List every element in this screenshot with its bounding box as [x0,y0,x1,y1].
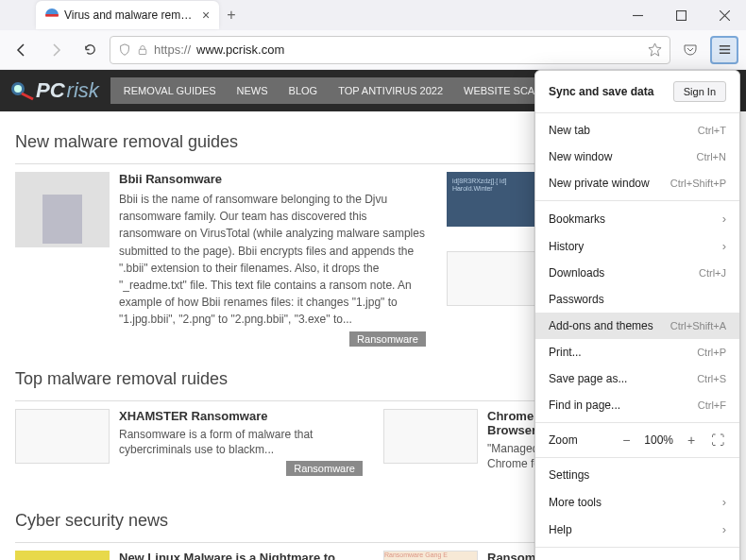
maximize-button[interactable] [659,0,703,30]
nav-item[interactable]: BLOG [289,85,318,96]
url-prefix: https:// [154,42,191,57]
url-bar[interactable]: https://www.pcrisk.com [110,36,670,64]
article-excerpt: Ransomware is a form of malware that cyb… [119,427,363,457]
menu-new-tab[interactable]: New tabCtrl+T [535,117,739,144]
article-thumbnail: Ransomware Gang E [383,551,478,560]
browser-tab[interactable]: Virus and malware removal ins × [36,1,219,29]
shield-icon [118,43,131,57]
chevron-right-icon: › [722,522,726,536]
fullscreen-button[interactable]: ⛶ [709,433,726,448]
category-badge: Ransomware [286,461,363,476]
forward-button[interactable] [42,36,70,64]
nav-item[interactable]: TOP ANTIVIRUS 2022 [338,85,443,96]
menu-find[interactable]: Find in page...Ctrl+F [535,392,739,418]
menu-print[interactable]: Print...Ctrl+P [535,339,739,365]
menu-settings[interactable]: Settings [535,462,739,488]
pocket-button[interactable] [676,36,704,64]
menu-passwords[interactable]: Passwords [535,286,739,313]
article-thumbnail: New Linux Malware [15,551,110,560]
menu-bookmarks[interactable]: Bookmarks› [535,205,739,232]
lock-icon [137,44,148,56]
back-button[interactable] [8,36,36,64]
menu-new-window[interactable]: New windowCtrl+N [535,144,739,170]
zoom-out-button[interactable]: − [618,433,635,448]
article-thumbnail [15,409,110,464]
category-badge: Ransomware [349,331,426,347]
svg-point-3 [14,85,22,93]
menu-sync-row[interactable]: Sync and save data Sign In [535,75,739,109]
tab-title: Virus and malware removal ins [64,8,196,22]
menu-zoom-row: Zoom − 100% + ⛶ [535,427,739,453]
article-title: New Linux Malware is a Nightmare to Dete… [119,551,363,560]
article-thumbnail [447,251,541,306]
article-card[interactable]: Bbii Ransomware Bbii is the name of rans… [15,172,426,328]
menu-addons-themes[interactable]: Add-ons and themesCtrl+Shift+A [535,313,739,339]
menu-more-tools[interactable]: More tools› [535,488,739,516]
signin-button[interactable]: Sign In [673,81,726,102]
new-tab-button[interactable]: + [227,7,235,24]
menu-exit[interactable]: ExitCtrl+Shift+Q [535,552,739,560]
article-thumbnail: id[8R3RXzdzj].[ id] Harold.Winter [447,172,541,227]
bookmark-star-icon[interactable] [648,42,662,57]
nav-item[interactable]: REMOVAL GUIDES [124,85,216,96]
article-thumbnail [15,172,110,247]
article-card[interactable]: XHAMSTER Ransomware Ransomware is a form… [15,409,363,476]
article-thumbnail [383,409,478,464]
nav-item[interactable]: NEWS [237,85,268,96]
article-card[interactable]: New Linux Malware New Linux Malware is a… [15,551,363,560]
menu-help[interactable]: Help› [535,516,739,543]
article-title: Bbii Ransomware [119,172,426,186]
article-title: XHAMSTER Ransomware [119,409,363,423]
window-titlebar: Virus and malware removal ins × + [0,0,746,30]
menu-save-page[interactable]: Save page as...Ctrl+S [535,365,739,392]
app-menu-panel: Sync and save data Sign In New tabCtrl+T… [534,70,740,560]
logo-icon [9,80,36,101]
chevron-right-icon: › [722,239,726,253]
minimize-button[interactable] [616,0,659,30]
close-button[interactable] [703,0,746,30]
menu-downloads[interactable]: DownloadsCtrl+J [535,260,739,286]
svg-rect-0 [676,10,686,20]
menu-history[interactable]: History› [535,232,739,260]
site-logo[interactable]: PCrisk [36,78,99,103]
window-controls [616,0,746,30]
chevron-right-icon: › [722,495,726,509]
site-nav: REMOVAL GUIDES NEWS BLOG TOP ANTIVIRUS 2… [110,77,578,104]
browser-toolbar: https://www.pcrisk.com [0,30,746,70]
zoom-in-button[interactable]: + [683,433,700,448]
favicon-icon [45,8,59,22]
menu-new-private-window[interactable]: New private windowCtrl+Shift+P [535,170,739,196]
svg-rect-1 [139,49,146,54]
url-host: www.pcrisk.com [196,42,284,57]
zoom-level: 100% [644,433,673,447]
chevron-right-icon: › [722,212,726,226]
article-excerpt: Bbii is the name of ransomware belonging… [119,193,425,326]
tab-close-icon[interactable]: × [202,8,210,23]
app-menu-button[interactable] [710,36,738,64]
reload-button[interactable] [76,36,104,64]
